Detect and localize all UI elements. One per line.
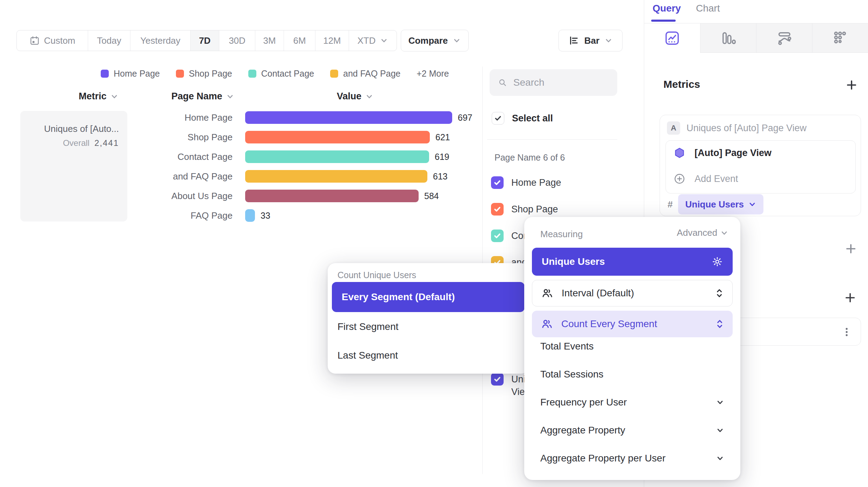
measure-pill[interactable]: Unique Users	[678, 194, 763, 214]
users-icon	[541, 287, 553, 299]
bar-faq-page[interactable]	[245, 209, 255, 222]
select-all-row[interactable]: Select all	[492, 112, 553, 125]
active-tab-underline	[651, 20, 676, 22]
metric-column-header[interactable]: Metric	[79, 91, 119, 102]
date-range-6m[interactable]: 6M	[284, 30, 315, 51]
bar-row: 33	[245, 209, 270, 222]
users-icon	[541, 318, 553, 330]
horizontal-bar-chart-icon	[568, 35, 579, 46]
tab-chart[interactable]: Chart	[696, 3, 720, 14]
line-chart-icon	[664, 30, 680, 46]
filter-item-home-page[interactable]: Home Page	[491, 176, 561, 189]
date-range-30d[interactable]: 30D	[219, 30, 255, 51]
date-range-7d[interactable]: 7D	[191, 30, 219, 51]
bar-contact-page[interactable]	[245, 150, 429, 163]
bar-home-page[interactable]	[245, 111, 452, 124]
bar-row: 621	[245, 131, 450, 143]
bar-shop-page[interactable]	[245, 131, 430, 143]
chart-legend: Home Page Shop Page Contact Page and FAQ…	[101, 69, 449, 79]
date-range-custom[interactable]: Custom	[17, 30, 88, 51]
charttype-retention[interactable]	[812, 23, 868, 53]
add-filter-icon[interactable]	[845, 243, 857, 255]
metric-card[interactable]: A Uniques of [Auto] Page View [Auto] Pag…	[660, 115, 861, 216]
chevron-down-icon	[748, 200, 756, 209]
compare-button[interactable]: Compare	[401, 30, 469, 51]
chevron-down-icon	[365, 92, 373, 101]
legend-swatch	[248, 70, 256, 78]
checkbox-checked[interactable]	[491, 203, 504, 216]
date-range-xtd[interactable]: XTD	[349, 30, 397, 51]
date-range-label: Custom	[44, 35, 76, 46]
checkbox-checked[interactable]	[491, 176, 504, 189]
menu-option-every-segment[interactable]: Every Segment (Default)	[332, 282, 525, 312]
charttype-funnels[interactable]	[700, 23, 756, 53]
count-every-segment-selector[interactable]: Count Every Segment	[532, 311, 733, 337]
filter-item-shop-page[interactable]: Shop Page	[491, 203, 558, 216]
measure-row: # Unique Users	[668, 194, 763, 214]
legend-item[interactable]: Shop Page	[176, 69, 232, 79]
option-total-sessions[interactable]: Total Sessions	[540, 369, 604, 380]
stepper-icon	[716, 319, 724, 329]
date-range-control: Custom Today Yesterday 7D 30D 3M 6M 12M …	[16, 30, 397, 51]
select-all-checkbox[interactable]	[492, 112, 504, 125]
add-breakdown-icon[interactable]	[844, 292, 856, 304]
chevron-down-icon	[453, 36, 461, 45]
legend-more[interactable]: +2 More	[417, 69, 449, 79]
value-column-header[interactable]: Value	[337, 91, 373, 102]
legend-item[interactable]: Contact Page	[248, 69, 314, 79]
option-unique-users[interactable]: Unique Users	[532, 248, 733, 276]
search-input[interactable]	[513, 77, 609, 88]
charttype-insights[interactable]	[644, 23, 700, 53]
date-range-yesterday[interactable]: Yesterday	[130, 30, 191, 51]
checkbox-checked[interactable]	[491, 230, 504, 242]
advanced-dropdown[interactable]: Advanced	[677, 227, 728, 238]
bar-row: 584	[245, 190, 439, 202]
metric-summary-block[interactable]: Uniques of [Auto... Overall2,441	[20, 111, 127, 221]
menu-option-last-segment[interactable]: Last Segment	[337, 350, 398, 361]
list-divider	[487, 139, 617, 140]
legend-item[interactable]: and FAQ Page	[330, 69, 400, 79]
kebab-menu-icon[interactable]	[840, 326, 853, 338]
check-icon	[493, 205, 501, 213]
gear-icon[interactable]	[712, 256, 723, 267]
date-range-12m[interactable]: 12M	[315, 30, 349, 51]
charttype-flows[interactable]	[756, 23, 812, 53]
menu-option-first-segment[interactable]: First Segment	[337, 321, 398, 332]
chevron-down-icon[interactable]	[716, 426, 724, 435]
interval-selector[interactable]: Interval (Default)	[532, 280, 733, 306]
check-icon	[494, 114, 502, 122]
option-aggregate-property[interactable]: Aggregate Property	[540, 425, 625, 436]
date-range-today[interactable]: Today	[88, 30, 130, 51]
bar-row: 613	[245, 170, 448, 183]
bar-value: 621	[435, 132, 450, 142]
chevron-down-icon[interactable]	[716, 454, 724, 463]
checkbox-checked[interactable]	[491, 373, 504, 386]
bar-and-faq-page[interactable]	[245, 170, 427, 183]
chevron-down-icon[interactable]	[716, 398, 724, 407]
legend-swatch	[330, 70, 338, 78]
bar-about-us-page[interactable]	[245, 190, 419, 202]
search-box[interactable]	[490, 69, 617, 96]
hexagon-event-icon	[674, 147, 685, 159]
option-frequency-per-user[interactable]: Frequency per User	[540, 397, 627, 408]
metric-name: Uniques of [Auto] Page View	[686, 123, 806, 134]
date-range-3m[interactable]: 3M	[255, 30, 284, 51]
check-icon	[493, 232, 501, 240]
option-aggregate-property-per-user[interactable]: Aggregate Property per User	[540, 453, 666, 464]
chart-type-button[interactable]: Bar	[558, 30, 622, 51]
legend-item[interactable]: Home Page	[101, 69, 160, 79]
bar-value: 613	[433, 171, 448, 182]
add-event-row[interactable]: Add Event	[674, 173, 738, 185]
tab-query[interactable]: Query	[653, 3, 681, 14]
event-name: [Auto] Page View	[695, 148, 771, 158]
bar-row-label: Shop Page	[135, 131, 233, 143]
metric-title: Uniques of [Auto...	[44, 123, 119, 134]
add-metric-icon[interactable]	[846, 79, 858, 91]
event-row[interactable]: [Auto] Page View	[674, 147, 771, 159]
page-name-column-header[interactable]: Page Name	[171, 91, 234, 102]
option-total-events[interactable]: Total Events	[540, 341, 594, 352]
bar-row-label: Contact Page	[135, 150, 233, 163]
chevron-down-icon	[380, 36, 388, 45]
metric-overall: Overall2,441	[63, 138, 119, 148]
search-icon	[498, 77, 507, 88]
